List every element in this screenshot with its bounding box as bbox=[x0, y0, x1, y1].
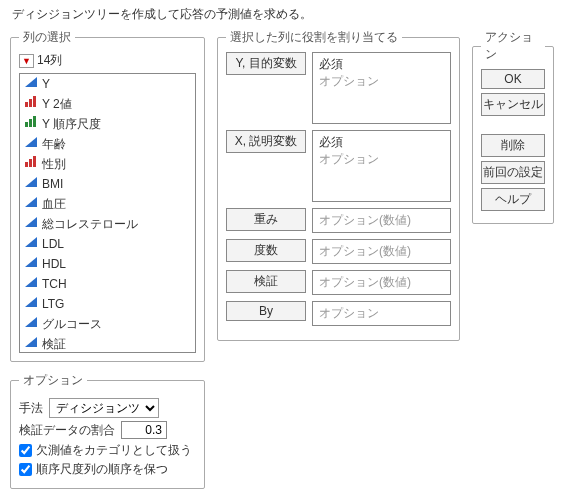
column-item[interactable]: 年齢 bbox=[20, 134, 195, 154]
role-validation-optional: オプション(数値) bbox=[319, 275, 411, 289]
ok-button[interactable]: OK bbox=[481, 69, 545, 89]
role-by-optional: オプション bbox=[319, 306, 379, 320]
column-item[interactable]: BMI bbox=[20, 174, 195, 194]
column-item-label: 血圧 bbox=[42, 196, 66, 212]
disclosure-icon[interactable]: ▼ bbox=[19, 54, 34, 68]
column-item-label: 総コレステロール bbox=[42, 216, 138, 232]
svg-rect-4 bbox=[25, 122, 28, 127]
column-item[interactable]: LDL bbox=[20, 234, 195, 254]
role-y-required: 必須 bbox=[319, 56, 444, 73]
role-freq-button[interactable]: 度数 bbox=[226, 239, 306, 262]
svg-rect-5 bbox=[29, 119, 32, 127]
role-y-optional: オプション bbox=[319, 73, 444, 90]
column-item[interactable]: Y 2値 bbox=[20, 94, 195, 114]
keep-ordinal-order-checkbox[interactable] bbox=[19, 463, 32, 476]
svg-rect-10 bbox=[33, 156, 36, 167]
role-y-box[interactable]: 必須 オプション bbox=[312, 52, 451, 124]
svg-marker-0 bbox=[25, 77, 37, 87]
svg-marker-19 bbox=[25, 337, 37, 347]
svg-marker-16 bbox=[25, 277, 37, 287]
role-freq-box[interactable]: オプション(数値) bbox=[312, 239, 451, 264]
column-list[interactable]: YY 2値Y 順序尺度年齢性別BMI血圧総コレステロールLDLHDLTCHLTG… bbox=[19, 73, 196, 353]
column-item-label: LDL bbox=[42, 236, 64, 252]
options-fieldset: オプション 手法 ディシジョンツリー 検証データの割合 欠測値をカテゴリとして扱… bbox=[10, 372, 205, 489]
column-count-label: 14列 bbox=[37, 52, 62, 69]
actions-fieldset: アクション OK キャンセル 削除 前回の設定 ヘルプ bbox=[472, 29, 554, 224]
svg-marker-13 bbox=[25, 217, 37, 227]
column-item-label: Y 順序尺度 bbox=[42, 116, 101, 132]
column-item[interactable]: 性別 bbox=[20, 154, 195, 174]
column-item[interactable]: TCH bbox=[20, 274, 195, 294]
role-x-button[interactable]: X, 説明変数 bbox=[226, 130, 306, 153]
role-weight-optional: オプション(数値) bbox=[319, 213, 411, 227]
svg-marker-15 bbox=[25, 257, 37, 267]
svg-rect-2 bbox=[29, 99, 32, 107]
columns-legend: 列の選択 bbox=[19, 29, 75, 46]
validation-ratio-label: 検証データの割合 bbox=[19, 422, 115, 439]
svg-marker-17 bbox=[25, 297, 37, 307]
column-item[interactable]: 総コレステロール bbox=[20, 214, 195, 234]
bars-red-icon bbox=[24, 156, 38, 172]
cont-blue-icon bbox=[24, 196, 38, 212]
column-item[interactable]: Y 順序尺度 bbox=[20, 114, 195, 134]
cont-blue-icon bbox=[24, 316, 38, 332]
roles-fieldset: 選択した列に役割を割り当てる Y, 目的変数 必須 オプション X, 説明変数 … bbox=[217, 29, 460, 341]
column-item-label: 検証 bbox=[42, 336, 66, 352]
cont-blue-icon bbox=[24, 236, 38, 252]
cancel-button[interactable]: キャンセル bbox=[481, 93, 545, 116]
actions-legend: アクション bbox=[481, 29, 545, 63]
cont-blue-icon bbox=[24, 336, 38, 352]
column-item-label: HDL bbox=[42, 256, 66, 272]
role-weight-box[interactable]: オプション(数値) bbox=[312, 208, 451, 233]
svg-marker-18 bbox=[25, 317, 37, 327]
svg-marker-7 bbox=[25, 137, 37, 147]
bars-green-icon bbox=[24, 116, 38, 132]
svg-marker-12 bbox=[25, 197, 37, 207]
column-item-label: LTG bbox=[42, 296, 64, 312]
column-item[interactable]: HDL bbox=[20, 254, 195, 274]
remove-button[interactable]: 削除 bbox=[481, 134, 545, 157]
role-x-box[interactable]: 必須 オプション bbox=[312, 130, 451, 202]
role-x-required: 必須 bbox=[319, 134, 444, 151]
missing-as-category-checkbox[interactable] bbox=[19, 444, 32, 457]
method-select[interactable]: ディシジョンツリー bbox=[49, 398, 159, 418]
column-item-label: グルコース bbox=[42, 316, 102, 332]
column-item[interactable]: グルコース bbox=[20, 314, 195, 334]
svg-rect-3 bbox=[33, 96, 36, 107]
role-weight-button[interactable]: 重み bbox=[226, 208, 306, 231]
column-item-label: BMI bbox=[42, 176, 63, 192]
column-item[interactable]: 検証 bbox=[20, 334, 195, 353]
cont-blue-icon bbox=[24, 256, 38, 272]
role-by-box[interactable]: オプション bbox=[312, 301, 451, 326]
cont-blue-icon bbox=[24, 216, 38, 232]
cont-blue-icon bbox=[24, 296, 38, 312]
missing-as-category-label: 欠測値をカテゴリとして扱う bbox=[36, 442, 192, 459]
column-item[interactable]: Y bbox=[20, 74, 195, 94]
role-by-button[interactable]: By bbox=[226, 301, 306, 321]
columns-fieldset: 列の選択 ▼ 14列 YY 2値Y 順序尺度年齢性別BMI血圧総コレステロールL… bbox=[10, 29, 205, 362]
cont-blue-icon bbox=[24, 136, 38, 152]
column-item-label: 年齢 bbox=[42, 136, 66, 152]
role-y-button[interactable]: Y, 目的変数 bbox=[226, 52, 306, 75]
svg-rect-8 bbox=[25, 162, 28, 167]
role-validation-box[interactable]: オプション(数値) bbox=[312, 270, 451, 295]
cont-blue-icon bbox=[24, 276, 38, 292]
role-validation-button[interactable]: 検証 bbox=[226, 270, 306, 293]
svg-marker-11 bbox=[25, 177, 37, 187]
cont-blue-icon bbox=[24, 76, 38, 92]
role-freq-optional: オプション(数値) bbox=[319, 244, 411, 258]
column-item[interactable]: LTG bbox=[20, 294, 195, 314]
method-label: 手法 bbox=[19, 400, 43, 417]
validation-ratio-input[interactable] bbox=[121, 421, 167, 439]
svg-rect-6 bbox=[33, 116, 36, 127]
description-text: ディシジョンツリーを作成して応答の予測値を求める。 bbox=[12, 6, 554, 23]
help-button[interactable]: ヘルプ bbox=[481, 188, 545, 211]
column-item-label: Y 2値 bbox=[42, 96, 72, 112]
bars-red-icon bbox=[24, 96, 38, 112]
svg-rect-1 bbox=[25, 102, 28, 107]
role-x-optional: オプション bbox=[319, 151, 444, 168]
column-item[interactable]: 血圧 bbox=[20, 194, 195, 214]
keep-ordinal-order-label: 順序尺度列の順序を保つ bbox=[36, 461, 168, 478]
roles-legend: 選択した列に役割を割り当てる bbox=[226, 29, 402, 46]
recall-button[interactable]: 前回の設定 bbox=[481, 161, 545, 184]
